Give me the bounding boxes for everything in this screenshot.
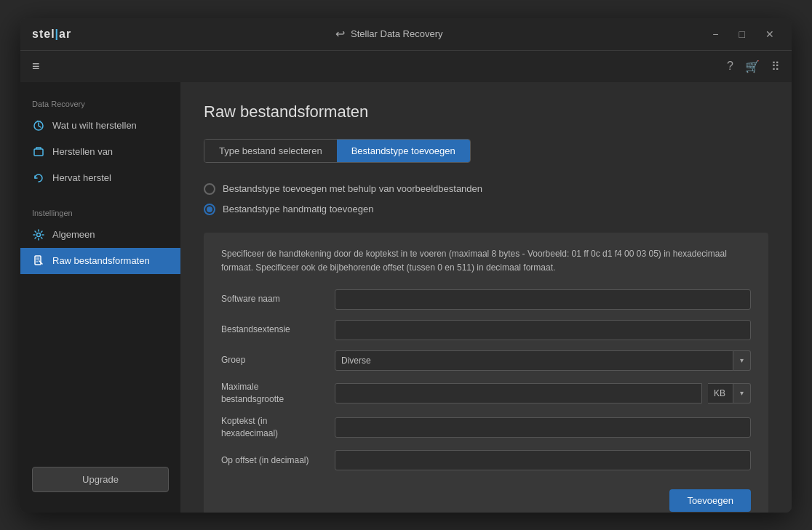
software-naam-label: Software naam bbox=[221, 293, 323, 305]
titlebar-controls: − □ ✕ bbox=[706, 25, 780, 43]
maxsize-row: KB MB GB ▾ bbox=[335, 383, 751, 403]
form-row-groep: Groep Diverse Audio Video Document Image… bbox=[221, 350, 751, 371]
form-row-maximale-bestandsgrootte: Maximale bestandsgrootte KB MB GB ▾ bbox=[221, 381, 751, 406]
sidebar-item-label: Hervat herstel bbox=[52, 172, 111, 183]
add-button[interactable]: Toevoegen bbox=[669, 489, 751, 512]
maximale-bestandsgrootte-label: Maximale bestandsgrootte bbox=[221, 381, 323, 406]
svg-point-2 bbox=[37, 233, 41, 236]
sidebar-item-label: Algemeen bbox=[52, 229, 95, 240]
radio-handmatig[interactable]: Bestandstype handmatig toevoegen bbox=[204, 204, 768, 215]
content-area: Raw bestandsformaten Type bestand select… bbox=[180, 82, 792, 513]
main-layout: Data Recovery Wat u wilt herstellen bbox=[20, 82, 792, 513]
bestandsextensie-label: Bestandsextensie bbox=[221, 324, 323, 336]
tab-add-type[interactable]: Bestandstype toevoegen bbox=[337, 140, 470, 162]
radio-circle-selected bbox=[204, 204, 215, 215]
offset-label: Op offset (in decimaal) bbox=[221, 454, 323, 467]
upgrade-button[interactable]: Upgrade bbox=[32, 467, 169, 492]
groep-select-wrap: Diverse Audio Video Document Image ▾ bbox=[335, 350, 751, 371]
sidebar-section-settings: Instellingen bbox=[20, 203, 180, 222]
radio-dot bbox=[207, 206, 212, 212]
resume-icon bbox=[32, 172, 45, 185]
sidebar-section-recovery: Data Recovery bbox=[20, 94, 180, 113]
radio-via-voorbeeldbestanden[interactable]: Bestandstype toevoegen met behulp van vo… bbox=[204, 183, 768, 195]
toolbar-right: ? 🛒 ⠿ bbox=[727, 60, 780, 73]
sidebar-item-label: Wat u wilt herstellen bbox=[52, 120, 137, 131]
form-description: Specificeer de handtekening door de kopt… bbox=[221, 247, 751, 275]
sidebar-item-wat-herstellen[interactable]: Wat u wilt herstellen bbox=[20, 113, 180, 139]
grid-icon[interactable]: ⠿ bbox=[771, 60, 780, 73]
titlebar-center: ↩ Stellar Data Recovery bbox=[335, 27, 442, 41]
form-row-koptekst: Koptekst (in hexadecimaal) bbox=[221, 415, 751, 440]
koptekst-input[interactable] bbox=[335, 417, 751, 438]
groep-label: Groep bbox=[221, 354, 323, 366]
form-row-software-naam: Software naam bbox=[221, 289, 751, 310]
svg-rect-1 bbox=[34, 149, 43, 156]
groep-select[interactable]: Diverse Audio Video Document Image bbox=[335, 350, 733, 371]
tab-select-type[interactable]: Type bestand selecteren bbox=[204, 140, 337, 162]
close-button[interactable]: ✕ bbox=[760, 25, 780, 43]
groep-select-arrow[interactable]: ▾ bbox=[733, 350, 751, 371]
radio-circle-unselected bbox=[204, 183, 215, 195]
raw-formats-icon bbox=[32, 254, 45, 268]
maximale-bestandsgrootte-input[interactable] bbox=[335, 383, 702, 403]
titlebar: stel|ar ↩ Stellar Data Recovery − □ ✕ bbox=[20, 18, 792, 50]
offset-input[interactable] bbox=[335, 450, 751, 470]
minimize-button[interactable]: − bbox=[706, 25, 724, 43]
sidebar-item-herstellen-van[interactable]: Herstellen van bbox=[20, 139, 180, 165]
koptekst-label: Koptekst (in hexadecimaal) bbox=[221, 415, 323, 440]
recover-from-icon bbox=[32, 145, 45, 158]
page-title: Raw bestandsformaten bbox=[204, 103, 768, 121]
maximize-button[interactable]: □ bbox=[733, 25, 751, 43]
back-icon: ↩ bbox=[335, 27, 345, 41]
form-actions: Toevoegen bbox=[221, 481, 751, 512]
radio-group: Bestandstype toevoegen met behulp van vo… bbox=[204, 183, 768, 215]
cart-icon[interactable]: 🛒 bbox=[745, 60, 760, 73]
bestandsextensie-input[interactable] bbox=[335, 320, 751, 340]
radio-label: Bestandstype toevoegen met behulp van vo… bbox=[223, 183, 482, 194]
app-window: stel|ar ↩ Stellar Data Recovery − □ ✕ ≡ … bbox=[20, 18, 792, 513]
gear-icon bbox=[32, 228, 45, 241]
form-panel: Specificeer de handtekening door de kopt… bbox=[204, 233, 768, 513]
app-logo: stel|ar bbox=[32, 28, 71, 41]
unit-arrow[interactable]: ▾ bbox=[733, 383, 751, 403]
sidebar-item-raw-bestandsformaten[interactable]: Raw bestandsformaten bbox=[20, 248, 180, 274]
unit-select[interactable]: KB MB GB bbox=[708, 383, 733, 403]
menu-icon[interactable]: ≡ bbox=[32, 59, 40, 74]
sidebar-item-algemeen[interactable]: Algemeen bbox=[20, 222, 180, 248]
logo-text: stel|ar bbox=[32, 28, 71, 41]
sidebar: Data Recovery Wat u wilt herstellen bbox=[20, 82, 180, 513]
sidebar-item-hervat-herstel[interactable]: Hervat herstel bbox=[20, 165, 180, 191]
sidebar-item-label: Raw bestandsformaten bbox=[52, 255, 150, 266]
software-naam-input[interactable] bbox=[335, 289, 751, 310]
form-row-offset: Op offset (in decimaal) bbox=[221, 450, 751, 470]
recover-what-icon bbox=[32, 119, 45, 132]
unit-select-wrap: KB MB GB ▾ bbox=[708, 383, 751, 403]
form-row-bestandsextensie: Bestandsextensie bbox=[221, 320, 751, 340]
sidebar-item-label: Herstellen van bbox=[52, 146, 113, 157]
help-icon[interactable]: ? bbox=[727, 60, 733, 73]
toolbar: ≡ ? 🛒 ⠿ bbox=[20, 50, 792, 82]
radio-label: Bestandstype handmatig toevoegen bbox=[223, 204, 373, 214]
window-title: Stellar Data Recovery bbox=[351, 28, 442, 39]
tab-group: Type bestand selecteren Bestandstype toe… bbox=[204, 139, 471, 163]
